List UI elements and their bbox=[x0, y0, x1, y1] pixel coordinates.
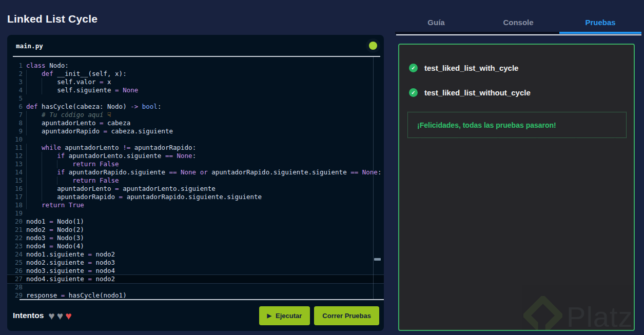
code-line[interactable]: 1class Nodo: bbox=[7, 62, 384, 70]
code-token: cabeza bbox=[104, 119, 131, 127]
code-token: apuntadorRapido: bbox=[130, 144, 196, 151]
code-token: apuntadorRapido bbox=[42, 127, 103, 135]
heart-icon: ♥ bbox=[57, 310, 63, 321]
editor-scrollbar-thumb[interactable] bbox=[374, 258, 381, 261]
tab-bar-divider bbox=[396, 34, 641, 35]
attempts-group: Intentos ♥♥♥ bbox=[13, 310, 72, 321]
code-line[interactable]: 27nodo4.siguiente = nodo2 bbox=[7, 275, 384, 283]
code-token: return bbox=[72, 176, 95, 184]
right-tab-bar: GuíaConsolePruebas bbox=[395, 14, 641, 30]
code-token: apuntadorRapido.siguiente.siguiente bbox=[208, 168, 350, 176]
heart-icon: ♥ bbox=[48, 310, 54, 321]
code-line[interactable]: 12 if apuntadorLento.siguiente == None: bbox=[7, 152, 384, 160]
line-number: 15 bbox=[7, 176, 23, 185]
heart-icon: ♥ bbox=[65, 310, 71, 321]
code-line[interactable]: 13 return False bbox=[7, 160, 384, 168]
code-token: if bbox=[57, 152, 65, 160]
run-tests-button[interactable]: Correr Pruebas bbox=[314, 306, 379, 325]
code-token: response bbox=[26, 291, 61, 299]
code-line[interactable]: 5 bbox=[7, 94, 384, 103]
indent-guide bbox=[42, 193, 57, 201]
code-line[interactable]: 24nodo1.siguiente = nodo2 bbox=[7, 250, 384, 259]
code-token: = bbox=[49, 242, 53, 250]
code-line[interactable]: 8 apuntadorLento = cabeza bbox=[7, 119, 384, 127]
code-token: None bbox=[362, 168, 378, 176]
tab-pruebas[interactable]: Pruebas bbox=[559, 14, 641, 30]
code-line[interactable]: 3 self.valor = x bbox=[7, 78, 384, 86]
check-circle-icon: ✓ bbox=[409, 88, 418, 97]
code-token: def bbox=[26, 103, 38, 110]
code-line[interactable]: 26nodo3.siguiente = nodo4 bbox=[7, 267, 384, 275]
run-tests-button-label: Correr Pruebas bbox=[322, 312, 371, 320]
tab-underline-track bbox=[395, 32, 641, 34]
code-token: def bbox=[42, 70, 53, 77]
code-token: nodo2 bbox=[92, 250, 115, 258]
line-number: 26 bbox=[7, 267, 23, 275]
code-line[interactable]: 17 apuntadorRapido = apuntadorRapido.sig… bbox=[7, 193, 384, 201]
tests-panel: ✓test_liked_list_with_cycle✓test_liked_l… bbox=[398, 44, 635, 331]
code-line[interactable]: 14 if apuntadorRapido.siguiente == None … bbox=[7, 168, 384, 176]
test-results-list: ✓test_liked_list_with_cycle✓test_liked_l… bbox=[399, 45, 634, 97]
code-line[interactable]: 25nodo2.siguiente = nodo3 bbox=[7, 259, 384, 267]
code-token: = bbox=[88, 250, 92, 258]
filename-tab[interactable]: main.py bbox=[16, 42, 43, 50]
code-token: return bbox=[42, 201, 65, 209]
code-token: = bbox=[88, 275, 92, 283]
code-area[interactable]: 1class Nodo:2 def __init__(self, x):3 se… bbox=[7, 57, 384, 299]
test-name: test_liked_list_without_cycle bbox=[424, 88, 531, 97]
code-token: = bbox=[88, 267, 92, 274]
code-token: = bbox=[49, 226, 53, 233]
indent-guide bbox=[42, 86, 57, 94]
code-line[interactable]: 23nodo4 = Nodo(4) bbox=[7, 242, 384, 250]
code-line[interactable]: 21nodo2 = Nodo(2) bbox=[7, 226, 384, 234]
code-line[interactable]: 15 return False bbox=[7, 176, 384, 185]
code-token: nodo3 bbox=[92, 259, 115, 266]
code-token: __init__(self, x): bbox=[53, 70, 127, 77]
code-line[interactable]: 6def hasCycle(cabeza: Nodo) -> bool: bbox=[7, 103, 384, 111]
code-token: hasCycle(nodo1) bbox=[65, 291, 126, 299]
test-result-row[interactable]: ✓test_liked_list_without_cycle bbox=[409, 88, 634, 97]
indent-guide bbox=[26, 185, 42, 193]
code-line[interactable]: 28 bbox=[7, 283, 384, 291]
line-number: 9 bbox=[7, 127, 23, 135]
line-number: 10 bbox=[7, 135, 23, 144]
code-line[interactable]: 19 bbox=[7, 209, 384, 218]
test-name: test_liked_list_with_cycle bbox=[424, 64, 518, 72]
code-token: x bbox=[104, 78, 111, 86]
indent-guide bbox=[57, 160, 72, 168]
code-line[interactable]: 16 apuntadorLento = apuntadorLento.sigui… bbox=[7, 185, 384, 193]
code-token: -> bbox=[130, 103, 138, 110]
code-token: = bbox=[100, 78, 104, 86]
indent-guide bbox=[42, 185, 57, 193]
code-line[interactable]: 18 return True bbox=[7, 201, 384, 209]
code-token: # Tu código aquí bbox=[42, 111, 107, 119]
code-line[interactable]: 20nodo1 = Nodo(1) bbox=[7, 218, 384, 226]
code-line[interactable]: 7 # Tu código aquí ☟ bbox=[7, 111, 384, 119]
code-line[interactable]: 4 self.siguiente = None bbox=[7, 86, 384, 94]
test-result-row[interactable]: ✓test_liked_list_with_cycle bbox=[409, 64, 634, 72]
code-line[interactable]: 2 def __init__(self, x): bbox=[7, 70, 384, 78]
active-tab-underline bbox=[559, 32, 641, 34]
code-token: self.siguiente bbox=[57, 86, 115, 94]
code-line[interactable]: 22nodo3 = Nodo(3) bbox=[7, 234, 384, 242]
code-token: nodo4 bbox=[26, 242, 49, 250]
line-number: 24 bbox=[7, 250, 23, 259]
code-line[interactable]: 10 bbox=[7, 135, 384, 144]
page-title: Linked List Cycle bbox=[7, 13, 97, 25]
code-token: class bbox=[26, 62, 46, 69]
line-number: 20 bbox=[7, 218, 23, 226]
tab-console[interactable]: Console bbox=[477, 14, 559, 30]
code-line[interactable]: 29response = hasCycle(nodo1) bbox=[7, 291, 384, 299]
code-line[interactable]: 9 apuntadorRapido = cabeza.siguiente bbox=[7, 127, 384, 135]
indent-guide bbox=[42, 78, 57, 86]
success-message-box: ¡Felicidades, todas las pruebas pasaron! bbox=[407, 112, 627, 138]
line-number: 4 bbox=[7, 86, 23, 94]
line-number: 17 bbox=[7, 193, 23, 201]
code-line[interactable]: 11 while apuntadorLento != apuntadorRapi… bbox=[7, 144, 384, 152]
code-token bbox=[119, 86, 123, 94]
code-token: if bbox=[57, 168, 65, 176]
indent-guide bbox=[26, 152, 42, 160]
code-token: cabeza.siguiente bbox=[107, 127, 173, 135]
tab-guia[interactable]: Guía bbox=[395, 14, 477, 30]
run-button[interactable]: ▶ Ejecutar bbox=[259, 306, 310, 325]
